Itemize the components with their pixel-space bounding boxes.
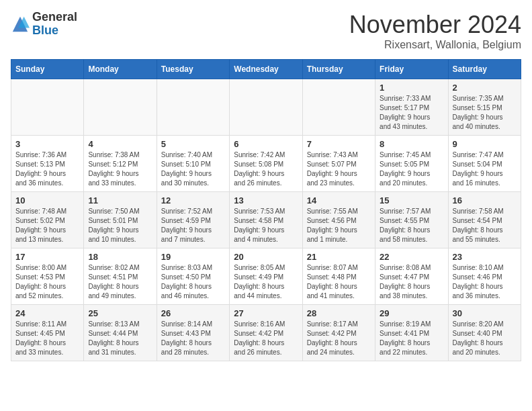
location-title: Rixensart, Wallonia, Belgium	[349, 39, 521, 51]
header-thursday: Thursday	[302, 60, 375, 79]
day-cell	[302, 79, 375, 136]
header-row: SundayMondayTuesdayWednesdayThursdayFrid…	[11, 60, 521, 79]
day-number: 17	[15, 252, 79, 262]
day-number: 7	[307, 139, 371, 149]
calendar-table: SundayMondayTuesdayWednesdayThursdayFrid…	[11, 59, 521, 361]
day-detail: Sunrise: 8:03 AM Sunset: 4:50 PM Dayligh…	[161, 263, 225, 301]
day-cell: 19Sunrise: 8:03 AM Sunset: 4:50 PM Dayli…	[157, 248, 229, 305]
header-sunday: Sunday	[11, 60, 84, 79]
day-detail: Sunrise: 7:36 AM Sunset: 5:13 PM Dayligh…	[15, 150, 79, 188]
week-row-5: 24Sunrise: 8:11 AM Sunset: 4:45 PM Dayli…	[11, 305, 521, 361]
day-cell: 24Sunrise: 8:11 AM Sunset: 4:45 PM Dayli…	[11, 305, 84, 361]
day-number: 10	[15, 195, 79, 205]
day-detail: Sunrise: 7:50 AM Sunset: 5:01 PM Dayligh…	[88, 207, 152, 244]
day-number: 6	[234, 139, 298, 149]
day-detail: Sunrise: 8:02 AM Sunset: 4:51 PM Dayligh…	[88, 263, 152, 301]
day-detail: Sunrise: 8:05 AM Sunset: 4:49 PM Dayligh…	[234, 263, 298, 301]
day-number: 13	[234, 195, 298, 205]
day-cell: 30Sunrise: 8:20 AM Sunset: 4:40 PM Dayli…	[448, 305, 521, 361]
day-number: 20	[234, 252, 298, 262]
day-detail: Sunrise: 7:45 AM Sunset: 5:05 PM Dayligh…	[380, 150, 443, 188]
header-friday: Friday	[375, 60, 448, 79]
day-number: 12	[161, 195, 225, 205]
logo-icon	[11, 15, 30, 34]
week-row-4: 17Sunrise: 8:00 AM Sunset: 4:53 PM Dayli…	[11, 248, 521, 305]
day-number: 26	[161, 308, 225, 318]
day-cell: 13Sunrise: 7:53 AM Sunset: 4:58 PM Dayli…	[230, 192, 302, 248]
day-number: 9	[453, 139, 517, 149]
day-detail: Sunrise: 7:40 AM Sunset: 5:10 PM Dayligh…	[161, 150, 225, 188]
day-detail: Sunrise: 7:33 AM Sunset: 5:17 PM Dayligh…	[380, 94, 443, 132]
day-cell	[157, 79, 229, 136]
month-title: November 2024	[349, 11, 521, 39]
day-number: 29	[380, 308, 443, 318]
day-detail: Sunrise: 8:17 AM Sunset: 4:42 PM Dayligh…	[307, 320, 371, 357]
day-cell: 11Sunrise: 7:50 AM Sunset: 5:01 PM Dayli…	[84, 192, 157, 248]
day-detail: Sunrise: 7:55 AM Sunset: 4:56 PM Dayligh…	[307, 207, 371, 244]
day-cell	[230, 79, 302, 136]
day-cell: 3Sunrise: 7:36 AM Sunset: 5:13 PM Daylig…	[11, 136, 84, 192]
week-row-1: 1Sunrise: 7:33 AM Sunset: 5:17 PM Daylig…	[11, 79, 521, 136]
day-detail: Sunrise: 7:58 AM Sunset: 4:54 PM Dayligh…	[453, 207, 517, 244]
day-detail: Sunrise: 8:10 AM Sunset: 4:46 PM Dayligh…	[453, 263, 517, 301]
day-detail: Sunrise: 8:20 AM Sunset: 4:40 PM Dayligh…	[453, 320, 517, 357]
header-monday: Monday	[84, 60, 157, 79]
day-detail: Sunrise: 7:43 AM Sunset: 5:07 PM Dayligh…	[307, 150, 371, 188]
logo-general: General	[32, 10, 77, 24]
day-number: 15	[380, 195, 443, 205]
day-cell: 26Sunrise: 8:14 AM Sunset: 4:43 PM Dayli…	[157, 305, 229, 361]
day-cell: 17Sunrise: 8:00 AM Sunset: 4:53 PM Dayli…	[11, 248, 84, 305]
day-detail: Sunrise: 8:16 AM Sunset: 4:42 PM Dayligh…	[234, 320, 298, 357]
day-number: 14	[307, 195, 371, 205]
day-cell: 18Sunrise: 8:02 AM Sunset: 4:51 PM Dayli…	[84, 248, 157, 305]
day-cell: 4Sunrise: 7:38 AM Sunset: 5:12 PM Daylig…	[84, 136, 157, 192]
logo-text: General Blue	[32, 11, 77, 38]
day-number: 8	[380, 139, 443, 149]
day-number: 25	[88, 308, 152, 318]
day-detail: Sunrise: 7:53 AM Sunset: 4:58 PM Dayligh…	[234, 207, 298, 244]
day-detail: Sunrise: 8:11 AM Sunset: 4:45 PM Dayligh…	[15, 320, 79, 357]
logo-blue: Blue	[32, 24, 58, 37]
day-number: 22	[380, 252, 443, 262]
day-cell: 7Sunrise: 7:43 AM Sunset: 5:07 PM Daylig…	[302, 136, 375, 192]
day-detail: Sunrise: 7:47 AM Sunset: 5:04 PM Dayligh…	[453, 150, 517, 188]
day-detail: Sunrise: 8:14 AM Sunset: 4:43 PM Dayligh…	[161, 320, 225, 357]
day-cell: 20Sunrise: 8:05 AM Sunset: 4:49 PM Dayli…	[230, 248, 302, 305]
day-detail: Sunrise: 8:13 AM Sunset: 4:44 PM Dayligh…	[88, 320, 152, 357]
day-cell: 23Sunrise: 8:10 AM Sunset: 4:46 PM Dayli…	[448, 248, 521, 305]
day-number: 11	[88, 195, 152, 205]
day-number: 3	[15, 139, 79, 149]
logo: General Blue	[11, 11, 77, 38]
day-detail: Sunrise: 8:07 AM Sunset: 4:48 PM Dayligh…	[307, 263, 371, 301]
day-cell	[11, 79, 84, 136]
header: General Blue November 2024 Rixensart, Wa…	[11, 11, 521, 51]
day-cell: 22Sunrise: 8:08 AM Sunset: 4:47 PM Dayli…	[375, 248, 448, 305]
day-number: 4	[88, 139, 152, 149]
day-number: 16	[453, 195, 517, 205]
day-cell: 6Sunrise: 7:42 AM Sunset: 5:08 PM Daylig…	[230, 136, 302, 192]
day-cell: 8Sunrise: 7:45 AM Sunset: 5:05 PM Daylig…	[375, 136, 448, 192]
week-row-2: 3Sunrise: 7:36 AM Sunset: 5:13 PM Daylig…	[11, 136, 521, 192]
header-wednesday: Wednesday	[230, 60, 302, 79]
day-number: 28	[307, 308, 371, 318]
day-cell: 14Sunrise: 7:55 AM Sunset: 4:56 PM Dayli…	[302, 192, 375, 248]
day-cell: 27Sunrise: 8:16 AM Sunset: 4:42 PM Dayli…	[230, 305, 302, 361]
day-cell: 21Sunrise: 8:07 AM Sunset: 4:48 PM Dayli…	[302, 248, 375, 305]
day-cell	[84, 79, 157, 136]
day-number: 27	[234, 308, 298, 318]
day-detail: Sunrise: 8:00 AM Sunset: 4:53 PM Dayligh…	[15, 263, 79, 301]
day-cell: 15Sunrise: 7:57 AM Sunset: 4:55 PM Dayli…	[375, 192, 448, 248]
header-saturday: Saturday	[448, 60, 521, 79]
day-number: 21	[307, 252, 371, 262]
day-number: 18	[88, 252, 152, 262]
day-detail: Sunrise: 7:35 AM Sunset: 5:15 PM Dayligh…	[453, 94, 517, 132]
day-cell: 2Sunrise: 7:35 AM Sunset: 5:15 PM Daylig…	[448, 79, 521, 136]
calendar-header: SundayMondayTuesdayWednesdayThursdayFrid…	[11, 60, 521, 79]
day-number: 5	[161, 139, 225, 149]
day-cell: 12Sunrise: 7:52 AM Sunset: 4:59 PM Dayli…	[157, 192, 229, 248]
day-cell: 5Sunrise: 7:40 AM Sunset: 5:10 PM Daylig…	[157, 136, 229, 192]
day-cell: 25Sunrise: 8:13 AM Sunset: 4:44 PM Dayli…	[84, 305, 157, 361]
day-number: 24	[15, 308, 79, 318]
day-number: 19	[161, 252, 225, 262]
day-number: 30	[453, 308, 517, 318]
